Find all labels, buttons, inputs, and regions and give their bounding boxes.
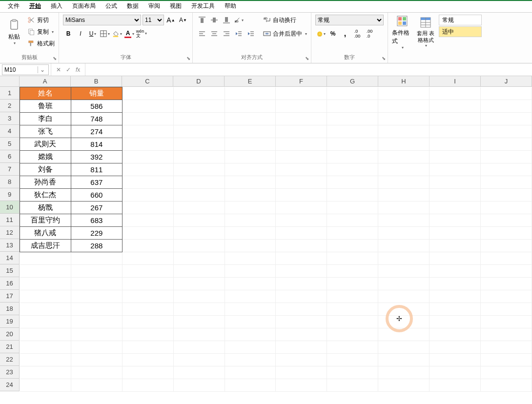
cell-B14[interactable] bbox=[71, 252, 122, 265]
cell-H24[interactable] bbox=[378, 379, 430, 392]
cell-G17[interactable] bbox=[327, 290, 378, 303]
cell-H14[interactable] bbox=[378, 252, 430, 265]
select-all-corner[interactable] bbox=[0, 76, 20, 87]
menu-layout[interactable]: 页面布局 bbox=[67, 0, 101, 12]
cell-F20[interactable] bbox=[276, 328, 327, 341]
cell-D4[interactable] bbox=[173, 125, 225, 138]
row-header-15[interactable]: 15 bbox=[0, 264, 20, 277]
cell-B24[interactable] bbox=[71, 379, 122, 392]
cell-B1[interactable]: 销量 bbox=[71, 87, 122, 100]
cell-I4[interactable] bbox=[430, 125, 481, 138]
menu-data[interactable]: 数据 bbox=[122, 0, 143, 12]
cell-D11[interactable] bbox=[173, 214, 225, 227]
fill-color-button[interactable] bbox=[112, 28, 123, 39]
cell-G14[interactable] bbox=[327, 252, 378, 265]
cell-H13[interactable] bbox=[378, 240, 430, 252]
cell-C24[interactable] bbox=[122, 379, 173, 392]
cell-I9[interactable] bbox=[430, 189, 481, 202]
cell-A12[interactable]: 猪八戒 bbox=[20, 227, 71, 240]
cell-H3[interactable] bbox=[378, 113, 430, 125]
cell-J21[interactable] bbox=[481, 341, 532, 354]
cell-C14[interactable] bbox=[122, 252, 173, 265]
cell-E10[interactable] bbox=[225, 202, 276, 214]
cell-I16[interactable] bbox=[430, 278, 481, 290]
cell-A2[interactable]: 鲁班 bbox=[20, 100, 71, 113]
cell-H17[interactable] bbox=[378, 290, 430, 303]
cell-D14[interactable] bbox=[173, 252, 225, 265]
cell-J16[interactable] bbox=[481, 278, 532, 290]
cell-H4[interactable] bbox=[378, 125, 430, 138]
column-header-G[interactable]: G bbox=[327, 76, 378, 87]
cell-J22[interactable] bbox=[481, 354, 532, 366]
cell-I24[interactable] bbox=[430, 379, 481, 392]
row-header-8[interactable]: 8 bbox=[0, 176, 20, 188]
cell-E24[interactable] bbox=[225, 379, 276, 392]
cell-C7[interactable] bbox=[122, 163, 173, 176]
cell-J4[interactable] bbox=[481, 125, 532, 138]
cell-B22[interactable] bbox=[71, 354, 122, 366]
cell-C10[interactable] bbox=[122, 202, 173, 214]
cell-C15[interactable] bbox=[122, 265, 173, 278]
align-right-button[interactable] bbox=[221, 28, 232, 39]
cell-D18[interactable] bbox=[173, 303, 225, 316]
cell-J5[interactable] bbox=[481, 138, 532, 151]
cell-F5[interactable] bbox=[276, 138, 327, 151]
cell-E2[interactable] bbox=[225, 100, 276, 113]
paste-button[interactable]: 粘贴 bbox=[4, 15, 24, 50]
format-painter-button[interactable]: 格式刷 bbox=[27, 38, 55, 49]
accept-formula-button[interactable]: ✓ bbox=[64, 66, 73, 73]
row-header-21[interactable]: 21 bbox=[0, 341, 20, 353]
cell-H18[interactable] bbox=[378, 303, 430, 316]
cell-J8[interactable] bbox=[481, 176, 532, 189]
cell-D2[interactable] bbox=[173, 100, 225, 113]
cell-D8[interactable] bbox=[173, 176, 225, 189]
cell-A9[interactable]: 狄仁杰 bbox=[20, 189, 71, 202]
increase-font-button[interactable]: A▲ bbox=[165, 15, 176, 25]
row-header-10[interactable]: 10 bbox=[0, 201, 20, 214]
column-header-D[interactable]: D bbox=[173, 76, 225, 87]
cell-F2[interactable] bbox=[276, 100, 327, 113]
menu-formula[interactable]: 公式 bbox=[101, 0, 122, 12]
align-bottom-button[interactable] bbox=[221, 15, 232, 25]
cell-G6[interactable] bbox=[327, 151, 378, 163]
row-header-4[interactable]: 4 bbox=[0, 125, 20, 138]
cell-A7[interactable]: 刘备 bbox=[20, 163, 71, 176]
cell-I15[interactable] bbox=[430, 265, 481, 278]
cell-J15[interactable] bbox=[481, 265, 532, 278]
cell-G13[interactable] bbox=[327, 240, 378, 252]
cell-A3[interactable]: 李白 bbox=[20, 113, 71, 125]
cell-E17[interactable] bbox=[225, 290, 276, 303]
bold-button[interactable]: B bbox=[63, 28, 74, 39]
cell-B7[interactable]: 811 bbox=[71, 163, 122, 176]
cell-C12[interactable] bbox=[122, 227, 173, 240]
cell-J10[interactable] bbox=[481, 202, 532, 214]
cell-B9[interactable]: 660 bbox=[71, 189, 122, 202]
cell-E18[interactable] bbox=[225, 303, 276, 316]
cell-C19[interactable] bbox=[122, 316, 173, 328]
cell-C13[interactable] bbox=[122, 240, 173, 252]
cell-A18[interactable] bbox=[20, 303, 71, 316]
cell-I3[interactable] bbox=[430, 113, 481, 125]
column-header-C[interactable]: C bbox=[122, 76, 173, 87]
cell-D17[interactable] bbox=[173, 290, 225, 303]
column-header-A[interactable]: A bbox=[20, 76, 71, 87]
cell-E14[interactable] bbox=[225, 252, 276, 265]
merge-center-button[interactable]: 合并后居中 bbox=[263, 28, 307, 39]
cell-I8[interactable] bbox=[430, 176, 481, 189]
cell-B13[interactable]: 288 bbox=[71, 240, 122, 252]
cell-A23[interactable] bbox=[20, 366, 71, 379]
cell-C5[interactable] bbox=[122, 138, 173, 151]
cell-D12[interactable] bbox=[173, 227, 225, 240]
cell-I18[interactable] bbox=[430, 303, 481, 316]
cell-H19[interactable] bbox=[378, 316, 430, 328]
cell-G1[interactable] bbox=[327, 87, 378, 100]
cell-C22[interactable] bbox=[122, 354, 173, 366]
cell-E6[interactable] bbox=[225, 151, 276, 163]
menu-home[interactable]: 开始 bbox=[24, 0, 46, 12]
menu-insert[interactable]: 插入 bbox=[46, 0, 67, 12]
cell-D19[interactable] bbox=[173, 316, 225, 328]
cell-C11[interactable] bbox=[122, 214, 173, 227]
cell-I13[interactable] bbox=[430, 240, 481, 252]
cell-C17[interactable] bbox=[122, 290, 173, 303]
cell-F18[interactable] bbox=[276, 303, 327, 316]
